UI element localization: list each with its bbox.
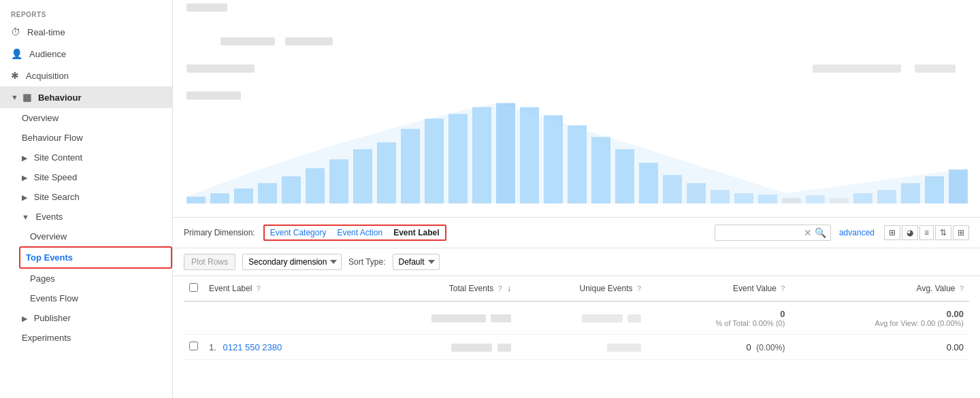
secondary-bar: Plot Rows Secondary dimension Sort Type:… [173, 248, 980, 276]
table-total-row: 0 % of Total: 0.00% (0) 0.00 Avg for Vie… [184, 301, 969, 335]
site-content-expand-icon: ▶ [22, 154, 27, 162]
sort-type-label: Sort Type: [348, 257, 385, 267]
row1-total-bar [451, 344, 492, 352]
dim-event-label[interactable]: Event Label [388, 226, 444, 239]
main-content: Primary Dimension: Event Category Event … [173, 0, 980, 398]
svg-rect-3 [186, 65, 255, 73]
chart-svg [173, 0, 980, 217]
event-value-help-icon[interactable]: ? [781, 284, 785, 293]
sidebar-item-events-overview[interactable]: Overview [0, 227, 172, 246]
sidebar-item-acquisition[interactable]: ✱ Acquisition [0, 65, 172, 86]
sidebar-item-pages[interactable]: Pages [0, 269, 172, 288]
dimension-selector-box: Event Category Event Action Event Label [263, 225, 446, 241]
sort-type-select[interactable]: Default [393, 254, 440, 270]
svg-rect-6 [915, 65, 956, 73]
primary-dimension-label: Primary Dimension: [184, 228, 255, 237]
clear-search-icon[interactable]: ✕ [804, 227, 812, 238]
acquisition-icon: ✱ [11, 70, 19, 81]
sidebar-item-top-events[interactable]: Top Events [19, 246, 172, 269]
sidebar-item-events-flow[interactable]: Events Flow [0, 288, 172, 308]
sidebar-item-publisher[interactable]: ▶ Publisher [0, 308, 172, 328]
chart-area [173, 0, 980, 218]
events-table: Event Label ? Total Events ? ↓ Unique Ev… [184, 276, 969, 360]
header-event-value: Event Value ? [647, 276, 790, 301]
sidebar: REPORTS ⏱ Real-time 👤 Audience ✱ Acquisi… [0, 0, 173, 398]
total-avg-value-cell: 0.00 Avg for View: 0.00 (0.00%) [790, 301, 969, 335]
grid-view-button[interactable]: ⊞ [884, 225, 900, 240]
sidebar-item-realtime[interactable]: ⏱ Real-time [0, 21, 172, 43]
compare-view-button[interactable]: ⇅ [935, 225, 951, 240]
total-events-sort-icon[interactable]: ↓ [507, 284, 511, 293]
avg-value-help-icon[interactable]: ? [960, 284, 964, 293]
row1-checkbox[interactable] [189, 342, 198, 350]
svg-rect-1 [220, 37, 275, 46]
header-event-label: Event Label ? [203, 276, 354, 301]
search-icon[interactable]: 🔍 [815, 227, 826, 238]
total-unique-bar [582, 314, 623, 322]
row1-label-cell: 1. 0121 550 2380 [203, 335, 354, 360]
primary-dimension-bar: Primary Dimension: Event Category Event … [173, 218, 980, 248]
audience-icon: 👤 [11, 48, 22, 59]
advanced-link[interactable]: advanced [839, 228, 875, 237]
publisher-expand-icon: ▶ [22, 314, 27, 322]
svg-rect-2 [285, 37, 333, 46]
row1-event-value-cell: 0 (0.00%) [647, 335, 790, 360]
realtime-icon: ⏱ [11, 27, 20, 37]
table-row: 1. 0121 550 2380 0 (0.00%) [184, 335, 969, 360]
table-container: Event Label ? Total Events ? ↓ Unique Ev… [173, 276, 980, 371]
search-box: ✕ 🔍 [715, 225, 831, 241]
svg-rect-0 [186, 3, 227, 12]
sidebar-item-events[interactable]: ▼ Events [0, 207, 172, 227]
row1-unique-bar [607, 344, 641, 352]
total-unique-events-cell [517, 301, 647, 335]
total-events-help-icon[interactable]: ? [498, 284, 502, 293]
row1-label-link[interactable]: 0121 550 2380 [223, 342, 282, 352]
sidebar-item-behaviour[interactable]: ▼ ▦ Behaviour [0, 86, 172, 108]
pie-view-button[interactable]: ◕ [902, 225, 918, 240]
header-unique-events: Unique Events ? [517, 276, 647, 301]
svg-rect-5 [813, 65, 901, 73]
sidebar-item-behaviour-flow[interactable]: Behaviour Flow [0, 128, 172, 148]
row1-total-events-cell [354, 335, 517, 360]
sidebar-item-experiments[interactable]: Experiments [0, 328, 172, 348]
plot-rows-button[interactable]: Plot Rows [184, 254, 235, 270]
event-label-help-icon[interactable]: ? [257, 284, 261, 293]
sidebar-item-overview[interactable]: Overview [0, 108, 172, 128]
header-checkbox-cell [184, 276, 203, 301]
row1-unique-events-cell [517, 335, 647, 360]
total-checkbox-cell [184, 301, 203, 335]
row1-checkbox-cell [184, 335, 203, 360]
site-speed-expand-icon: ▶ [22, 173, 27, 182]
total-events-bar [431, 314, 486, 322]
list-view-button[interactable]: ≡ [919, 225, 934, 240]
collapse-icon: ▼ [11, 93, 18, 101]
unique-events-help-icon[interactable]: ? [637, 284, 641, 293]
secondary-dimension-select[interactable]: Secondary dimension [242, 254, 342, 270]
sidebar-item-site-content[interactable]: ▶ Site Content [0, 148, 172, 167]
dim-event-category[interactable]: Event Category [265, 226, 332, 239]
reports-section-label: REPORTS [0, 5, 172, 21]
pivot-view-button[interactable]: ⊞ [953, 225, 969, 240]
total-events-cell [354, 301, 517, 335]
select-all-checkbox[interactable] [189, 283, 198, 292]
svg-rect-4 [186, 92, 241, 100]
table-header-row: Event Label ? Total Events ? ↓ Unique Ev… [184, 276, 969, 301]
site-search-expand-icon: ▶ [22, 193, 27, 201]
search-input[interactable] [719, 228, 801, 237]
dim-event-action[interactable]: Event Action [331, 226, 388, 239]
total-event-value-cell: 0 % of Total: 0.00% (0) [647, 301, 790, 335]
header-avg-value: Avg. Value ? [790, 276, 969, 301]
sidebar-item-audience[interactable]: 👤 Audience [0, 43, 172, 65]
view-icons-group: ⊞ ◕ ≡ ⇅ ⊞ [884, 225, 969, 240]
row1-total-bar2 [497, 344, 511, 352]
behaviour-icon: ▦ [22, 92, 31, 103]
events-expand-icon: ▼ [22, 213, 29, 221]
total-label-cell [203, 301, 354, 335]
total-unique-bar2 [627, 314, 641, 322]
header-total-events: Total Events ? ↓ [354, 276, 517, 301]
row1-avg-value-cell: 0.00 [790, 335, 969, 360]
sidebar-item-site-search[interactable]: ▶ Site Search [0, 187, 172, 207]
sidebar-item-site-speed[interactable]: ▶ Site Speed [0, 167, 172, 187]
total-events-bar2 [491, 314, 511, 322]
